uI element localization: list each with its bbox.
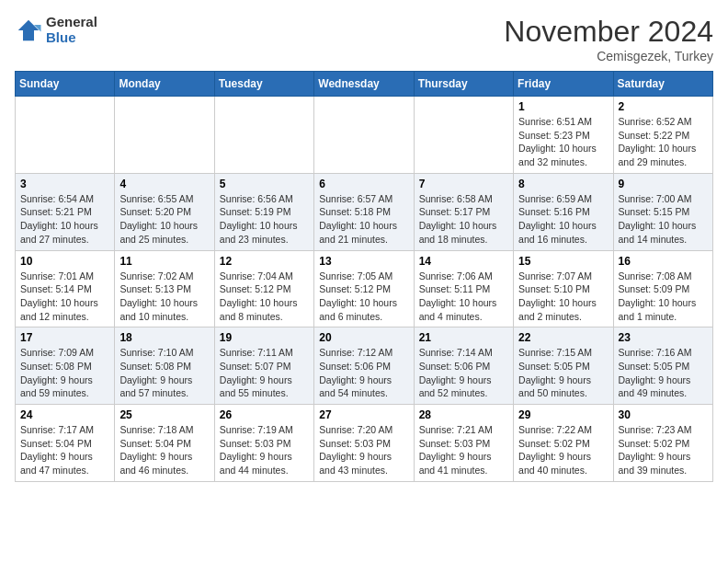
day-number: 16 — [619, 255, 708, 268]
calendar-cell — [16, 97, 115, 174]
weekday-header-row: SundayMondayTuesdayWednesdayThursdayFrid… — [16, 72, 713, 97]
day-info: Sunrise: 7:20 AMSunset: 5:03 PMDaylight:… — [319, 423, 408, 477]
calendar-cell: 22Sunrise: 7:15 AMSunset: 5:05 PMDayligh… — [514, 327, 613, 405]
calendar-cell: 27Sunrise: 7:20 AMSunset: 5:03 PMDayligh… — [314, 405, 414, 482]
day-number: 26 — [220, 408, 309, 421]
day-info: Sunrise: 7:00 AMSunset: 5:15 PMDaylight:… — [619, 192, 708, 247]
calendar-cell: 10Sunrise: 7:01 AMSunset: 5:14 PMDayligh… — [16, 250, 115, 327]
calendar-cell: 12Sunrise: 7:04 AMSunset: 5:12 PMDayligh… — [214, 250, 313, 327]
calendar-cell: 3Sunrise: 6:54 AMSunset: 5:21 PMDaylight… — [16, 173, 115, 250]
day-info: Sunrise: 7:01 AMSunset: 5:14 PMDaylight:… — [20, 270, 109, 324]
day-info: Sunrise: 6:55 AMSunset: 5:20 PMDaylight:… — [119, 192, 209, 247]
day-number: 21 — [419, 331, 508, 344]
logo-blue-text: Blue — [46, 30, 97, 46]
day-number: 3 — [20, 178, 109, 190]
day-info: Sunrise: 7:06 AMSunset: 5:11 PMDaylight:… — [419, 270, 508, 324]
calendar-cell: 11Sunrise: 7:02 AMSunset: 5:13 PMDayligh… — [115, 250, 214, 327]
day-number: 10 — [20, 255, 109, 268]
day-number: 23 — [619, 331, 708, 344]
calendar-cell: 26Sunrise: 7:19 AMSunset: 5:03 PMDayligh… — [214, 405, 313, 482]
day-number: 6 — [319, 178, 408, 190]
day-number: 11 — [119, 255, 209, 268]
calendar-cell: 14Sunrise: 7:06 AMSunset: 5:11 PMDayligh… — [414, 250, 513, 327]
day-info: Sunrise: 7:18 AMSunset: 5:04 PMDaylight:… — [119, 423, 209, 477]
month-title: November 2024 — [504, 15, 713, 49]
calendar-cell: 29Sunrise: 7:22 AMSunset: 5:02 PMDayligh… — [514, 405, 613, 482]
week-row: 17Sunrise: 7:09 AMSunset: 5:08 PMDayligh… — [16, 327, 713, 405]
calendar-cell — [314, 97, 414, 174]
day-number: 18 — [119, 331, 209, 344]
day-number: 2 — [619, 100, 708, 113]
day-number: 28 — [419, 408, 508, 421]
day-info: Sunrise: 7:14 AMSunset: 5:06 PMDaylight:… — [419, 346, 508, 400]
day-info: Sunrise: 7:09 AMSunset: 5:08 PMDaylight:… — [20, 346, 109, 400]
day-info: Sunrise: 7:04 AMSunset: 5:12 PMDaylight:… — [220, 270, 309, 324]
day-number: 29 — [518, 408, 608, 421]
day-info: Sunrise: 6:56 AMSunset: 5:19 PMDaylight:… — [220, 192, 309, 247]
calendar-table: SundayMondayTuesdayWednesdayThursdayFrid… — [15, 71, 713, 482]
weekday-header: Thursday — [414, 72, 513, 97]
calendar-cell — [414, 97, 513, 174]
day-info: Sunrise: 7:12 AMSunset: 5:06 PMDaylight:… — [319, 346, 408, 400]
calendar-cell: 8Sunrise: 6:59 AMSunset: 5:16 PMDaylight… — [514, 173, 613, 250]
day-info: Sunrise: 7:11 AMSunset: 5:07 PMDaylight:… — [220, 346, 309, 400]
day-number: 12 — [220, 255, 309, 268]
day-number: 7 — [419, 178, 508, 190]
calendar-cell: 18Sunrise: 7:10 AMSunset: 5:08 PMDayligh… — [115, 327, 214, 405]
calendar-cell: 9Sunrise: 7:00 AMSunset: 5:15 PMDaylight… — [613, 173, 712, 250]
calendar-cell: 2Sunrise: 6:52 AMSunset: 5:22 PMDaylight… — [613, 97, 712, 174]
calendar-cell: 7Sunrise: 6:58 AMSunset: 5:17 PMDaylight… — [414, 173, 513, 250]
day-info: Sunrise: 6:57 AMSunset: 5:18 PMDaylight:… — [319, 192, 408, 247]
day-number: 14 — [419, 255, 508, 268]
day-info: Sunrise: 7:21 AMSunset: 5:03 PMDaylight:… — [419, 423, 508, 477]
day-number: 19 — [220, 331, 309, 344]
day-number: 20 — [319, 331, 408, 344]
weekday-header: Tuesday — [214, 72, 313, 97]
weekday-header: Friday — [514, 72, 613, 97]
day-number: 5 — [220, 178, 309, 190]
calendar-cell — [214, 97, 313, 174]
location-subtitle: Cemisgezek, Turkey — [504, 49, 713, 63]
day-info: Sunrise: 6:51 AMSunset: 5:23 PMDaylight:… — [518, 115, 608, 169]
day-info: Sunrise: 7:05 AMSunset: 5:12 PMDaylight:… — [319, 270, 408, 324]
day-info: Sunrise: 6:54 AMSunset: 5:21 PMDaylight:… — [20, 192, 109, 247]
weekday-header: Wednesday — [314, 72, 414, 97]
weekday-header: Saturday — [613, 72, 712, 97]
page-header: General Blue November 2024 Cemisgezek, T… — [15, 15, 713, 63]
day-info: Sunrise: 7:10 AMSunset: 5:08 PMDaylight:… — [119, 346, 209, 400]
weekday-header: Sunday — [16, 72, 115, 97]
weekday-header: Monday — [115, 72, 214, 97]
calendar-cell: 4Sunrise: 6:55 AMSunset: 5:20 PMDaylight… — [115, 173, 214, 250]
calendar-cell: 19Sunrise: 7:11 AMSunset: 5:07 PMDayligh… — [214, 327, 313, 405]
day-number: 27 — [319, 408, 408, 421]
day-info: Sunrise: 6:52 AMSunset: 5:22 PMDaylight:… — [619, 115, 708, 169]
calendar-cell: 15Sunrise: 7:07 AMSunset: 5:10 PMDayligh… — [514, 250, 613, 327]
day-info: Sunrise: 7:19 AMSunset: 5:03 PMDaylight:… — [220, 423, 309, 477]
calendar-cell — [115, 97, 214, 174]
day-number: 30 — [619, 408, 708, 421]
calendar-cell: 25Sunrise: 7:18 AMSunset: 5:04 PMDayligh… — [115, 405, 214, 482]
day-number: 25 — [119, 408, 209, 421]
calendar-cell: 21Sunrise: 7:14 AMSunset: 5:06 PMDayligh… — [414, 327, 513, 405]
calendar-cell: 24Sunrise: 7:17 AMSunset: 5:04 PMDayligh… — [16, 405, 115, 482]
week-row: 1Sunrise: 6:51 AMSunset: 5:23 PMDaylight… — [16, 97, 713, 174]
day-info: Sunrise: 7:23 AMSunset: 5:02 PMDaylight:… — [619, 423, 708, 477]
day-number: 15 — [518, 255, 608, 268]
week-row: 24Sunrise: 7:17 AMSunset: 5:04 PMDayligh… — [16, 405, 713, 482]
day-info: Sunrise: 7:08 AMSunset: 5:09 PMDaylight:… — [619, 270, 708, 324]
day-info: Sunrise: 7:07 AMSunset: 5:10 PMDaylight:… — [518, 270, 608, 324]
day-number: 24 — [20, 408, 109, 421]
day-info: Sunrise: 7:15 AMSunset: 5:05 PMDaylight:… — [518, 346, 608, 400]
calendar-cell: 16Sunrise: 7:08 AMSunset: 5:09 PMDayligh… — [613, 250, 712, 327]
day-number: 17 — [20, 331, 109, 344]
day-number: 13 — [319, 255, 408, 268]
calendar-cell: 20Sunrise: 7:12 AMSunset: 5:06 PMDayligh… — [314, 327, 414, 405]
calendar-cell: 13Sunrise: 7:05 AMSunset: 5:12 PMDayligh… — [314, 250, 414, 327]
day-info: Sunrise: 7:02 AMSunset: 5:13 PMDaylight:… — [119, 270, 209, 324]
calendar-cell: 28Sunrise: 7:21 AMSunset: 5:03 PMDayligh… — [414, 405, 513, 482]
day-info: Sunrise: 7:17 AMSunset: 5:04 PMDaylight:… — [20, 423, 109, 477]
calendar-cell: 6Sunrise: 6:57 AMSunset: 5:18 PMDaylight… — [314, 173, 414, 250]
day-number: 4 — [119, 178, 209, 190]
calendar-cell: 23Sunrise: 7:16 AMSunset: 5:05 PMDayligh… — [613, 327, 712, 405]
day-number: 9 — [619, 178, 708, 190]
